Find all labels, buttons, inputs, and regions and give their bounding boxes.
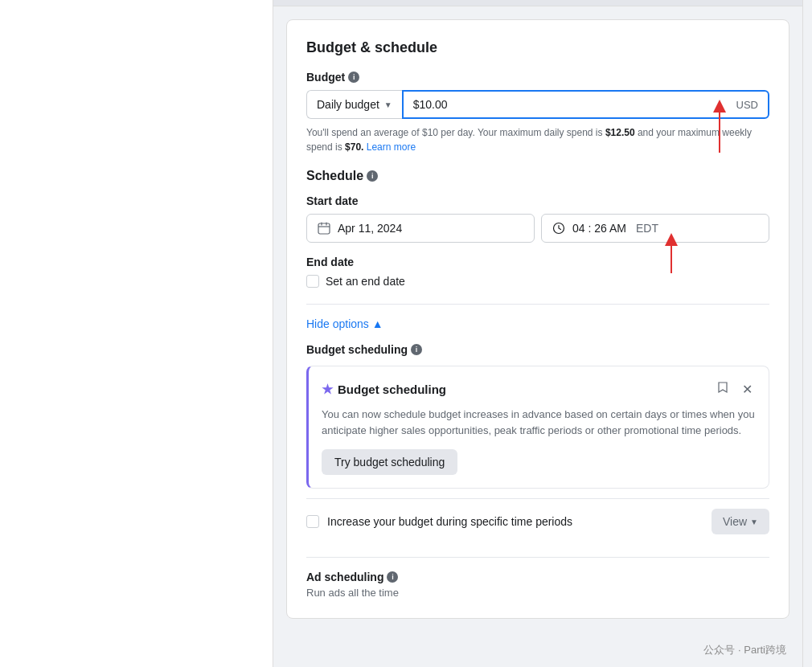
ad-scheduling-info-icon[interactable]: i (387, 571, 398, 583)
end-date-label: End date (306, 256, 769, 268)
start-date-label: Start date (306, 194, 769, 207)
date-value: Apr 11, 2024 (338, 222, 402, 235)
increase-budget-row: Increase your budget during specific tim… (306, 498, 769, 544)
main-content: Budget & schedule Budget i Daily budget … (273, 0, 802, 667)
end-date-text: Set an end date (326, 275, 405, 288)
left-sidebar (0, 0, 273, 667)
budget-amount-field: USD (402, 90, 769, 119)
right-sidebar (802, 0, 812, 667)
schedule-info-icon[interactable]: i (367, 170, 378, 182)
chevron-down-icon: ▼ (384, 100, 392, 109)
scheduling-card-body: You can now schedule budget increases in… (322, 407, 756, 438)
top-bar (273, 0, 802, 6)
end-date-row: Set an end date (306, 275, 769, 288)
increase-budget-text: Increase your budget during specific tim… (327, 515, 703, 528)
watermark: 公众号 · Parti跨境 (703, 643, 786, 657)
budget-row: Daily budget ▼ USD (306, 90, 769, 119)
budget-amount-input[interactable] (413, 98, 730, 111)
card-actions: ✕ (713, 379, 756, 399)
budget-type-select[interactable]: Daily budget ▼ (306, 90, 402, 119)
increase-budget-checkbox[interactable] (306, 515, 319, 528)
chevron-up-icon: ▲ (372, 317, 383, 330)
chevron-down-icon: ▼ (750, 518, 758, 526)
svg-rect-0 (318, 223, 330, 234)
ad-scheduling-label: Ad scheduling i (306, 571, 769, 583)
ad-scheduling-section: Ad scheduling i Run ads all the time (306, 557, 769, 599)
ad-scheduling-hint: Run ads all the time (306, 587, 769, 599)
budget-scheduling-label: Budget scheduling i (306, 343, 769, 356)
learn-more-link[interactable]: Learn more (367, 141, 416, 153)
currency-label: USD (730, 99, 758, 111)
schedule-label: Schedule i (306, 169, 769, 183)
budget-label: Budget i (306, 71, 769, 84)
try-budget-scheduling-button[interactable]: Try budget scheduling (322, 449, 457, 475)
date-time-row: Apr 11, 2024 04 : 26 AM EDT (306, 214, 769, 243)
scheduling-card-header: ★ Budget scheduling ✕ (322, 379, 756, 399)
close-button[interactable]: ✕ (739, 380, 756, 399)
scheduling-card-title: ★ Budget scheduling (322, 382, 446, 397)
view-button[interactable]: View ▼ (712, 509, 769, 534)
budget-hint: You'll spend an average of $10 per day. … (306, 125, 769, 154)
budget-info-icon[interactable]: i (348, 72, 359, 83)
hide-options-button[interactable]: Hide options ▲ (306, 317, 383, 330)
budget-schedule-card: Budget & schedule Budget i Daily budget … (286, 19, 789, 619)
clock-icon (552, 221, 566, 235)
budget-scheduling-info-icon[interactable]: i (411, 344, 422, 355)
time-value: 04 : 26 AM (572, 222, 626, 235)
budget-type-label: Daily budget (317, 98, 379, 111)
date-picker[interactable]: Apr 11, 2024 (306, 214, 535, 243)
section-title: Budget & schedule (306, 39, 769, 56)
time-picker[interactable]: 04 : 26 AM EDT (541, 214, 769, 243)
budget-scheduling-card: ★ Budget scheduling ✕ You can now schedu… (306, 366, 769, 489)
calendar-icon (317, 221, 331, 235)
timezone-label: EDT (636, 222, 658, 235)
bookmark-button[interactable] (713, 379, 732, 399)
divider (306, 304, 769, 305)
star-icon: ★ (322, 382, 333, 397)
end-date-checkbox[interactable] (306, 275, 319, 288)
